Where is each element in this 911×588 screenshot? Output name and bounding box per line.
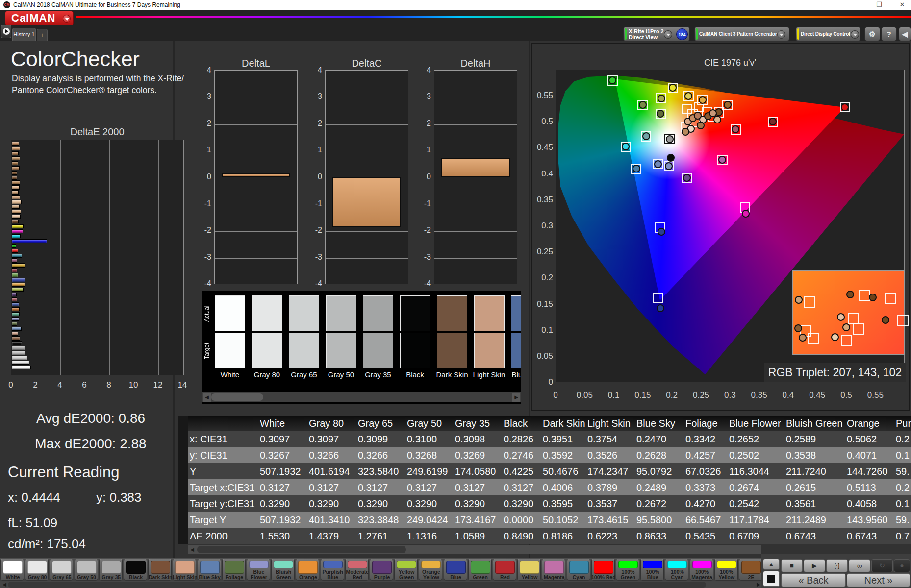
patch-button-2e[interactable]: 2E — [739, 559, 762, 581]
patch-strip-scrollbar[interactable]: ◀ ▶ — [202, 392, 521, 402]
stat-x: x: 0.4444 — [8, 490, 60, 505]
patch-button-orange[interactable]: Orange — [296, 559, 319, 581]
patch-button-blue-sky[interactable]: Blue Sky — [198, 559, 221, 581]
table-cell: 1.1316 — [407, 531, 437, 542]
patch-button-gray-65[interactable]: Gray 65 — [50, 559, 73, 581]
table-cell: 0.2672 — [636, 498, 666, 510]
delta-chart-title: DeltaC — [325, 58, 408, 69]
patch-button-100--magenta[interactable]: 100% Magenta — [690, 559, 713, 581]
table-scroll-left-icon[interactable]: ◀ — [188, 545, 196, 554]
patch-button-label: 100% Blue — [640, 569, 665, 580]
patch-button-orange-yellow[interactable]: Orange Yellow — [419, 559, 442, 581]
target-swatch-white — [215, 333, 245, 368]
patch-button-white[interactable]: White — [0, 559, 24, 581]
patch-button-chip — [27, 561, 47, 574]
patch-button-purple[interactable]: Purple — [370, 559, 393, 581]
target-row-label: Target — [203, 333, 210, 368]
patch-button-gray-80[interactable]: Gray 80 — [25, 559, 49, 581]
patch-button-light-skin[interactable]: Light Skin — [173, 559, 196, 581]
patch-button-yellow[interactable]: Yellow — [517, 559, 541, 581]
delta-bar — [222, 173, 290, 177]
patch-button-label: Gray 50 — [74, 575, 100, 580]
delta-tick-label: -3 — [307, 253, 322, 262]
inset-target-square — [853, 323, 864, 335]
deltae-x-tick-label: 2 — [25, 380, 45, 390]
patch-button-chip — [348, 561, 367, 568]
patch-button-blue[interactable]: Blue — [444, 559, 467, 581]
cie-x-tick-label: 0.3 — [718, 391, 742, 400]
patch-button-purplish-blue[interactable]: Purplish Blue — [321, 559, 344, 581]
stop-button[interactable]: ■ — [781, 559, 803, 572]
patch-button-100--green[interactable]: 100% Green — [616, 559, 639, 581]
deltae-bar — [12, 293, 17, 296]
rgb-triplet-readout: RGB Triplet: 207, 143, 102 — [764, 363, 906, 382]
delta-tick-label: 2 — [307, 119, 322, 128]
table-cell: 0.2615 — [786, 482, 816, 493]
patch-button-red[interactable]: Red — [493, 559, 516, 581]
patch-button-gray-50[interactable]: Gray 50 — [75, 559, 98, 581]
patch-button-100--yellow[interactable]: 100% Yellow — [714, 559, 738, 581]
patch-button-yellow-green[interactable]: Yellow Green — [394, 559, 418, 581]
table-cell: 174.2347 — [587, 466, 628, 477]
deltae-bar — [12, 229, 23, 233]
patch-button-blue-flower[interactable]: Blue Flower — [247, 559, 270, 581]
back-button[interactable]: « Back — [781, 573, 846, 587]
patch-button-label: 100% Red — [591, 575, 616, 580]
panel-up-button[interactable]: ▲ — [763, 559, 780, 570]
patch-button-green[interactable]: Green — [468, 559, 492, 581]
patch-button-100--blue[interactable]: 100% Blue — [640, 559, 664, 581]
strip-scroll-right-icon[interactable]: ▶ — [512, 393, 520, 402]
patch-button-magenta[interactable]: Magenta — [542, 559, 565, 581]
display-window-button[interactable] — [763, 571, 780, 587]
patch-button-chip — [101, 561, 121, 574]
cie-measured-point — [699, 96, 707, 104]
continuous-measure-button[interactable]: ∞ — [849, 559, 870, 572]
toolbar-scrollbar[interactable]: ◀ ▶ — [0, 581, 763, 588]
delta-bar — [332, 177, 401, 227]
patch-button-bluish-green[interactable]: Bluish Green — [271, 559, 295, 581]
deltae-bar — [12, 224, 24, 228]
patch-button-chip — [717, 561, 736, 568]
patch-button-dark-skin[interactable]: Dark Skin — [148, 559, 172, 581]
toolbar-scroll-thumb[interactable] — [8, 582, 706, 588]
strip-scroll-thumb[interactable] — [211, 393, 263, 401]
table-cell: 0.3127 — [358, 482, 388, 493]
refresh-button[interactable]: ↻ — [871, 559, 893, 572]
inset-target-square — [808, 333, 819, 344]
toolbar-scroll-left-icon[interactable]: ◀ — [0, 582, 8, 588]
patch-button-gray-35[interactable]: Gray 35 — [99, 559, 123, 581]
table-cell: 173.4615 — [587, 514, 628, 526]
table-scrollbar[interactable]: ◀ — [188, 545, 761, 554]
deltae-bar — [12, 151, 19, 155]
table-cell: 0.3595 — [543, 498, 573, 510]
table-scroll-thumb[interactable] — [197, 546, 406, 553]
table-cell: 0.3100 — [407, 434, 437, 445]
cie-y-tick-label: 0.3 — [533, 221, 553, 231]
delta-gridline — [215, 178, 297, 178]
cie-y-tick-label: 0.2 — [533, 273, 553, 283]
patch-button-label: Black — [123, 575, 149, 580]
cie-x-tick-label: 0.4 — [776, 391, 800, 400]
table-cell: 0.5113 — [847, 482, 876, 493]
patch-button-chip — [741, 561, 761, 574]
deltae-x-tick-label: 6 — [75, 380, 94, 390]
patch-button-black[interactable]: Black — [124, 559, 147, 581]
strip-scroll-left-icon[interactable]: ◀ — [203, 393, 211, 402]
patch-button-100--red[interactable]: 100% Red — [591, 559, 615, 581]
patch-button-foliage[interactable]: Foliage — [222, 559, 246, 581]
deltae-bar — [12, 307, 20, 311]
next-button[interactable]: Next » — [847, 573, 910, 587]
patch-button-chip — [200, 561, 220, 574]
play-button[interactable]: ▶ — [804, 559, 825, 572]
table-column-header: White — [260, 418, 285, 429]
target-swatch-gray-50 — [326, 333, 356, 368]
patch-button-100--cyan[interactable]: 100% Cyan — [665, 559, 688, 581]
delta-tick-label: 1 — [197, 146, 211, 154]
patch-button-moderate-red[interactable]: Moderate Red — [345, 559, 369, 581]
patch-button-cyan[interactable]: Cyan — [567, 559, 590, 581]
record-button[interactable]: ● — [894, 559, 910, 572]
table-cell: 0.4257 — [685, 450, 715, 461]
cie-x-tick-label: 0.5 — [834, 391, 859, 400]
cie-title: CIE 1976 u'v' — [556, 58, 905, 68]
single-measure-button[interactable]: [·] — [826, 559, 848, 572]
